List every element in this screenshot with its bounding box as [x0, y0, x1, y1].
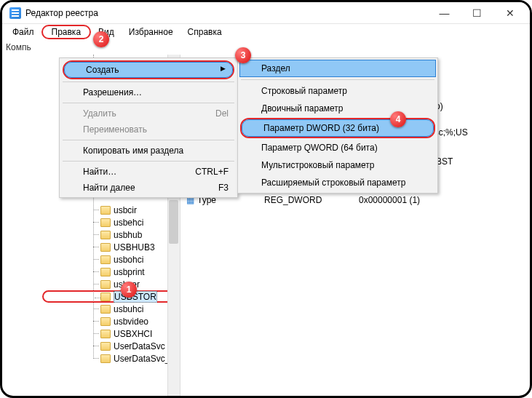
address-bar: Компь — [2, 40, 530, 55]
tree-item-usbser[interactable]: usbser — [42, 278, 180, 290]
folder-icon — [100, 354, 111, 363]
menu-find[interactable]: Найти…CTRL+F — [61, 164, 236, 180]
callout-3: 3 — [235, 47, 251, 63]
tree-item-usbhub[interactable]: usbhub — [42, 228, 180, 241]
menubar: Файл Правка Вид Избранное Справка — [2, 24, 530, 40]
menu-delete[interactable]: УдалитьDel — [61, 106, 236, 122]
path-text: Компь — [6, 42, 31, 52]
folder-icon — [100, 317, 111, 326]
tree-item-label: USBHUB3 — [114, 242, 155, 252]
submenu-key[interactable]: Раздел — [239, 60, 436, 77]
menu-copy-key[interactable]: Копировать имя раздела — [61, 143, 236, 159]
tree-item-label: UserDataSvc_5 — [114, 354, 175, 364]
submenu-qword[interactable]: Параметр QWORD (64 бита) — [239, 139, 436, 156]
folder-icon — [100, 243, 111, 252]
folder-icon — [100, 206, 111, 215]
submenu-expand[interactable]: Расширяемый строковый параметр — [239, 174, 436, 191]
callout-2: 2 — [93, 31, 109, 47]
tree-item-userdatasvc_5[interactable]: UserDataSvc_5 — [42, 352, 180, 365]
tree-item-usbcir[interactable]: usbcir — [42, 204, 180, 216]
tree-item-usbvideo[interactable]: usbvideo — [42, 315, 180, 327]
tree-item-usbhub3[interactable]: USBHUB3 — [42, 241, 180, 253]
folder-icon — [100, 218, 111, 227]
tree-item-userdatasvc[interactable]: UserDataSvc — [42, 340, 180, 352]
window-title: Редактор реестра — [25, 8, 428, 18]
folder-icon — [100, 231, 111, 239]
tree-item-usbstor[interactable]: USBSTOR — [42, 290, 180, 303]
menu-help[interactable]: Справка — [180, 25, 229, 39]
folder-icon — [100, 330, 111, 338]
submenu-string[interactable]: Строковый параметр — [239, 82, 436, 100]
menu-favorites[interactable]: Избранное — [122, 25, 180, 39]
menu-rename[interactable]: Переименовать — [61, 122, 236, 138]
create-submenu: Раздел Строковый параметр Двоичный парам… — [237, 57, 438, 194]
maximize-button[interactable]: ☐ — [461, 2, 493, 23]
callout-1: 1 — [121, 282, 137, 298]
menu-find-next[interactable]: Найти далееF3 — [61, 180, 236, 196]
folder-icon — [100, 255, 111, 264]
titlebar: Редактор реестра — ☐ ✕ — [2, 2, 530, 24]
menu-edit[interactable]: Правка — [41, 25, 92, 39]
folder-icon — [100, 268, 111, 276]
minimize-button[interactable]: — — [428, 2, 461, 23]
folder-icon — [100, 280, 111, 289]
menu-file[interactable]: Файл — [5, 25, 41, 39]
tree-item-usbohci[interactable]: usbohci — [42, 253, 180, 266]
tree-item-label: usbprint — [114, 267, 145, 277]
menu-create[interactable]: Создать▶ — [64, 62, 233, 78]
edit-menu: Создать▶ Разрешения… УдалитьDel Переимен… — [59, 57, 238, 198]
tree-item-usbxhci[interactable]: USBXHCI — [42, 327, 180, 340]
callout-4: 4 — [390, 111, 406, 127]
submenu-binary[interactable]: Двоичный параметр — [239, 100, 436, 117]
tree-item-label: UserDataSvc — [114, 341, 165, 351]
tree-item-label: usbuhci — [114, 304, 143, 314]
tree-item-usbuhci[interactable]: usbuhci — [42, 303, 180, 315]
folder-icon — [100, 342, 111, 351]
tree-item-label: usbohci — [114, 255, 143, 265]
chevron-right-icon: ▶ — [221, 65, 226, 75]
close-button[interactable]: ✕ — [493, 2, 527, 23]
tree-item-usbprint[interactable]: usbprint — [42, 266, 180, 278]
submenu-multi[interactable]: Мультистроковый параметр — [239, 156, 436, 174]
table-row[interactable]: REG_DWORD 0x00000001 (1) — [264, 195, 532, 205]
regedit-icon — [9, 7, 21, 19]
tree-item-label: usbhub — [114, 230, 142, 240]
tree-item-label: usbehci — [114, 218, 143, 228]
folder-icon — [100, 305, 111, 314]
folder-icon — [100, 292, 111, 301]
menu-permissions[interactable]: Разрешения… — [61, 84, 236, 100]
tree-item-label: USBXHCI — [114, 329, 152, 339]
scroll-thumb[interactable] — [169, 200, 178, 244]
tree-item-label: usbvideo — [114, 317, 148, 327]
tree-item-label: usbcir — [114, 205, 137, 215]
tree-item-usbehci[interactable]: usbehci — [42, 216, 180, 228]
